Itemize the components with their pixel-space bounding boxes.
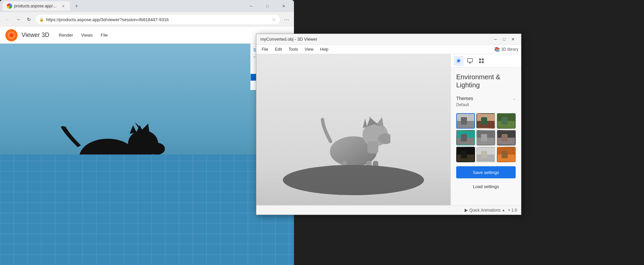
svg-rect-29 [479, 58, 481, 60]
theme-item-forest[interactable] [497, 113, 516, 129]
svg-rect-56 [481, 151, 487, 158]
theme-item-default[interactable] [456, 113, 475, 129]
browser-controls: ← → ↻ 🔒 https://products.aspose.app/3d/v… [0, 12, 294, 27]
svg-rect-50 [502, 134, 508, 141]
svg-rect-30 [482, 58, 484, 60]
theme-item-autumn[interactable] [497, 147, 516, 162]
viewer-library-button[interactable]: 📚 3D library [494, 47, 518, 52]
theme-item-warm[interactable] [476, 113, 495, 129]
svg-rect-59 [502, 151, 508, 158]
theme-item-teal[interactable] [456, 130, 475, 145]
svg-rect-24 [368, 141, 378, 153]
lighting-tool-button[interactable] [454, 56, 464, 66]
menu-views[interactable]: Views [78, 31, 95, 39]
menu-render[interactable]: Render [56, 31, 76, 39]
viewer-menu-tools[interactable]: Tools [286, 46, 301, 53]
display-icon [467, 58, 473, 64]
quick-animations-label: Quick Animations [469, 208, 501, 213]
viewer-menu-view[interactable]: View [302, 46, 316, 53]
library-icon: 📚 [494, 47, 500, 52]
svg-rect-53 [461, 151, 467, 158]
svg-rect-44 [461, 134, 467, 141]
back-button[interactable]: ← [3, 15, 12, 24]
floor-hint [256, 165, 450, 205]
load-settings-button[interactable]: Load settings [456, 181, 516, 192]
browser-menu-button[interactable]: ⋯ [282, 15, 291, 24]
lock-icon: 🔒 [39, 17, 44, 22]
themes-section: Themes ⌄ Default [451, 92, 521, 112]
default-label: Default [456, 102, 516, 107]
theme-item-gray[interactable] [476, 130, 495, 145]
refresh-button[interactable]: ↻ [24, 15, 34, 24]
grid-icon [478, 58, 484, 64]
viewport-container: Left Scene hierarchy t ▽ Scene ▷ Armatur… [0, 44, 294, 265]
quick-animations-button[interactable]: ▶ Quick Animations ▲ [465, 208, 505, 213]
sun-icon [456, 58, 462, 64]
grid-tool-button[interactable] [465, 56, 475, 66]
panel-section-title: Environment & Lighting [451, 68, 521, 92]
viewer-menu-file[interactable]: File [259, 46, 271, 53]
viewport-grid [0, 154, 294, 265]
minimize-button[interactable]: ─ [244, 1, 259, 11]
viewer-maximize-button[interactable]: □ [500, 36, 508, 43]
scene-collapse-icon: ▽ [253, 56, 255, 59]
menu-dots-icon: ⋯ [284, 16, 289, 23]
svg-rect-31 [479, 61, 481, 63]
save-settings-button[interactable]: Save settings [456, 166, 516, 178]
themes-label: Themes [456, 96, 473, 101]
svg-point-6 [148, 143, 165, 155]
viewer-body: Environment & Lighting Themes ⌄ Default [256, 54, 521, 205]
app-header: Viewer 3D Render Views File [0, 27, 294, 44]
scale-label: × 1.0 [508, 208, 517, 213]
svg-rect-38 [481, 117, 487, 125]
tab-title: products.aspose.app/3d/viewer?session=fb… [14, 4, 58, 8]
animations-chevron-icon: ▲ [502, 208, 505, 212]
theme-item-light[interactable] [476, 147, 495, 162]
close-button[interactable]: ✕ [276, 1, 291, 11]
viewport-3d[interactable]: Left [0, 44, 294, 265]
viewer-menubar: File Edit Tools View Help 📚 3D library [256, 45, 521, 54]
viewer-titlebar: myConverted.obj - 3D Viewer ─ □ ✕ [256, 34, 521, 45]
tab-close-button[interactable]: ✕ [60, 3, 66, 9]
svg-rect-32 [482, 61, 484, 63]
themes-header[interactable]: Themes ⌄ [456, 94, 516, 102]
viewer-viewport[interactable] [256, 54, 450, 205]
animation-icon: ▶ [465, 208, 468, 213]
browser-window: products.aspose.app/3d/viewer?session=fb… [0, 0, 294, 265]
right-panel: Environment & Lighting Themes ⌄ Default [450, 54, 521, 205]
url-text: https://products.aspose.app/3d/viewer?se… [46, 17, 270, 22]
forward-button[interactable]: → [13, 15, 23, 24]
themes-chevron-icon: ⌄ [513, 96, 516, 101]
viewer-statusbar: ▶ Quick Animations ▲ × 1.0 [256, 205, 521, 215]
viewer-window: myConverted.obj - 3D Viewer ─ □ ✕ File E… [256, 34, 521, 215]
theme-grid [451, 112, 521, 164]
viewer-menu-edit[interactable]: Edit [272, 46, 285, 53]
svg-rect-47 [481, 134, 487, 141]
svg-rect-41 [502, 117, 508, 125]
maximize-button[interactable]: □ [260, 1, 275, 11]
aspose-logo [5, 29, 17, 41]
theme-item-dark-gray[interactable] [497, 130, 516, 145]
table-tool-button[interactable] [476, 56, 486, 66]
library-label: 3D library [501, 47, 518, 52]
svg-point-2 [9, 33, 13, 37]
viewer-close-button[interactable]: ✕ [509, 36, 517, 43]
svg-rect-26 [468, 58, 473, 62]
panel-toolbar [451, 54, 521, 68]
viewer-menu-help[interactable]: Help [317, 46, 331, 53]
browser-titlebar: products.aspose.app/3d/viewer?session=fb… [0, 0, 294, 12]
bookmark-icon[interactable]: ☆ [272, 17, 276, 22]
svg-rect-35 [461, 117, 467, 125]
browser-tab[interactable]: products.aspose.app/3d/viewer?session=fb… [3, 1, 70, 11]
theme-item-black[interactable] [456, 147, 475, 162]
new-tab-button[interactable]: + [73, 2, 81, 10]
address-bar[interactable]: 🔒 https://products.aspose.app/3d/viewer?… [35, 14, 281, 25]
viewer-title: myConverted.obj - 3D Viewer [260, 37, 317, 42]
viewer-window-controls: ─ □ ✕ [491, 36, 517, 43]
app-menu: Render Views File [56, 31, 111, 39]
favicon [7, 3, 12, 9]
menu-file[interactable]: File [98, 31, 111, 39]
app-title: Viewer 3D [22, 32, 49, 39]
viewer-minimize-button[interactable]: ─ [491, 36, 500, 43]
